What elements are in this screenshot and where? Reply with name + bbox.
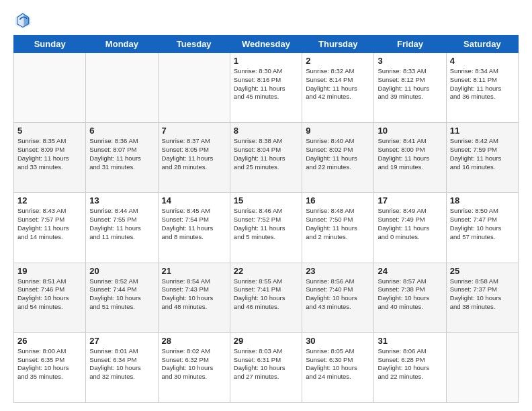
- day-info: Sunrise: 8:33 AM Sunset: 8:12 PM Dayligh…: [378, 67, 442, 101]
- page: SundayMondayTuesdayWednesdayThursdayFrid…: [0, 0, 532, 411]
- day-number: 3: [378, 56, 442, 66]
- day-info: Sunrise: 8:50 AM Sunset: 7:47 PM Dayligh…: [450, 207, 515, 241]
- day-cell: 9Sunrise: 8:40 AM Sunset: 8:02 PM Daylig…: [302, 123, 374, 193]
- day-cell: 12Sunrise: 8:43 AM Sunset: 7:57 PM Dayli…: [14, 193, 86, 263]
- day-info: Sunrise: 8:03 AM Sunset: 6:31 PM Dayligh…: [234, 347, 298, 381]
- day-cell: 28Sunrise: 8:02 AM Sunset: 6:32 PM Dayli…: [158, 332, 230, 402]
- day-info: Sunrise: 8:34 AM Sunset: 8:11 PM Dayligh…: [450, 67, 515, 101]
- day-cell: 15Sunrise: 8:46 AM Sunset: 7:52 PM Dayli…: [230, 193, 302, 263]
- day-cell: 10Sunrise: 8:41 AM Sunset: 8:00 PM Dayli…: [374, 123, 446, 193]
- weekday-header-monday: Monday: [86, 36, 158, 53]
- day-cell: 7Sunrise: 8:37 AM Sunset: 8:05 PM Daylig…: [158, 123, 230, 193]
- week-row-4: 19Sunrise: 8:51 AM Sunset: 7:46 PM Dayli…: [14, 263, 519, 332]
- day-info: Sunrise: 8:58 AM Sunset: 7:37 PM Dayligh…: [450, 277, 515, 312]
- day-number: 27: [89, 336, 154, 346]
- day-info: Sunrise: 8:40 AM Sunset: 8:02 PM Dayligh…: [306, 137, 370, 171]
- day-number: 5: [17, 126, 82, 136]
- day-info: Sunrise: 8:48 AM Sunset: 7:50 PM Dayligh…: [306, 207, 370, 241]
- day-info: Sunrise: 8:45 AM Sunset: 7:54 PM Dayligh…: [162, 207, 226, 241]
- weekday-header-sunday: Sunday: [14, 36, 86, 53]
- day-cell: 5Sunrise: 8:35 AM Sunset: 8:09 PM Daylig…: [14, 123, 86, 193]
- day-info: Sunrise: 8:57 AM Sunset: 7:38 PM Dayligh…: [378, 277, 442, 312]
- day-cell: 30Sunrise: 8:05 AM Sunset: 6:30 PM Dayli…: [302, 332, 374, 402]
- day-info: Sunrise: 8:43 AM Sunset: 7:57 PM Dayligh…: [17, 207, 82, 241]
- day-info: Sunrise: 8:38 AM Sunset: 8:04 PM Dayligh…: [234, 137, 298, 171]
- day-number: 12: [17, 195, 82, 205]
- day-number: 20: [89, 266, 154, 276]
- day-cell: 1Sunrise: 8:30 AM Sunset: 8:16 PM Daylig…: [230, 53, 302, 123]
- day-number: 22: [234, 266, 298, 276]
- day-info: Sunrise: 8:51 AM Sunset: 7:46 PM Dayligh…: [17, 277, 82, 312]
- day-info: Sunrise: 8:02 AM Sunset: 6:32 PM Dayligh…: [162, 347, 226, 381]
- day-number: 15: [234, 195, 298, 205]
- day-info: Sunrise: 8:00 AM Sunset: 6:35 PM Dayligh…: [17, 347, 82, 381]
- day-info: Sunrise: 8:06 AM Sunset: 6:28 PM Dayligh…: [378, 347, 442, 381]
- day-number: 26: [17, 336, 82, 346]
- day-cell: [158, 53, 230, 123]
- logo: [13, 11, 35, 30]
- day-number: 4: [450, 56, 515, 66]
- day-cell: 16Sunrise: 8:48 AM Sunset: 7:50 PM Dayli…: [302, 193, 374, 263]
- day-info: Sunrise: 8:30 AM Sunset: 8:16 PM Dayligh…: [234, 67, 298, 101]
- day-cell: 3Sunrise: 8:33 AM Sunset: 8:12 PM Daylig…: [374, 53, 446, 123]
- day-number: 9: [306, 126, 370, 136]
- header: [13, 11, 519, 30]
- day-info: Sunrise: 8:55 AM Sunset: 7:41 PM Dayligh…: [234, 277, 298, 312]
- day-info: Sunrise: 8:46 AM Sunset: 7:52 PM Dayligh…: [234, 207, 298, 241]
- day-cell: 19Sunrise: 8:51 AM Sunset: 7:46 PM Dayli…: [14, 263, 86, 332]
- day-number: 18: [450, 195, 515, 205]
- day-cell: 8Sunrise: 8:38 AM Sunset: 8:04 PM Daylig…: [230, 123, 302, 193]
- day-cell: 18Sunrise: 8:50 AM Sunset: 7:47 PM Dayli…: [446, 193, 518, 263]
- day-cell: 31Sunrise: 8:06 AM Sunset: 6:28 PM Dayli…: [374, 332, 446, 402]
- day-number: 13: [89, 195, 154, 205]
- day-info: Sunrise: 8:05 AM Sunset: 6:30 PM Dayligh…: [306, 347, 370, 381]
- week-row-1: 1Sunrise: 8:30 AM Sunset: 8:16 PM Daylig…: [14, 53, 519, 123]
- day-cell: [86, 53, 158, 123]
- day-cell: 24Sunrise: 8:57 AM Sunset: 7:38 PM Dayli…: [374, 263, 446, 332]
- week-row-5: 26Sunrise: 8:00 AM Sunset: 6:35 PM Dayli…: [14, 332, 519, 402]
- day-cell: 22Sunrise: 8:55 AM Sunset: 7:41 PM Dayli…: [230, 263, 302, 332]
- day-number: 14: [162, 195, 226, 205]
- day-info: Sunrise: 8:49 AM Sunset: 7:49 PM Dayligh…: [378, 207, 442, 241]
- day-info: Sunrise: 8:32 AM Sunset: 8:14 PM Dayligh…: [306, 67, 370, 101]
- day-cell: 26Sunrise: 8:00 AM Sunset: 6:35 PM Dayli…: [14, 332, 86, 402]
- day-info: Sunrise: 8:37 AM Sunset: 8:05 PM Dayligh…: [162, 137, 226, 171]
- day-info: Sunrise: 8:54 AM Sunset: 7:43 PM Dayligh…: [162, 277, 226, 312]
- day-info: Sunrise: 8:01 AM Sunset: 6:34 PM Dayligh…: [89, 347, 154, 381]
- day-info: Sunrise: 8:56 AM Sunset: 7:40 PM Dayligh…: [306, 277, 370, 312]
- day-number: 2: [306, 56, 370, 66]
- calendar-table: SundayMondayTuesdayWednesdayThursdayFrid…: [13, 35, 519, 403]
- weekday-header-tuesday: Tuesday: [158, 36, 230, 53]
- weekday-header-row: SundayMondayTuesdayWednesdayThursdayFrid…: [14, 36, 519, 53]
- day-cell: 13Sunrise: 8:44 AM Sunset: 7:55 PM Dayli…: [86, 193, 158, 263]
- day-cell: [446, 332, 518, 402]
- day-number: 6: [89, 126, 154, 136]
- day-info: Sunrise: 8:42 AM Sunset: 7:59 PM Dayligh…: [450, 137, 515, 171]
- day-cell: 17Sunrise: 8:49 AM Sunset: 7:49 PM Dayli…: [374, 193, 446, 263]
- day-cell: 27Sunrise: 8:01 AM Sunset: 6:34 PM Dayli…: [86, 332, 158, 402]
- day-number: 21: [162, 266, 226, 276]
- day-number: 17: [378, 195, 442, 205]
- day-info: Sunrise: 8:44 AM Sunset: 7:55 PM Dayligh…: [89, 207, 154, 241]
- day-number: 23: [306, 266, 370, 276]
- day-cell: 14Sunrise: 8:45 AM Sunset: 7:54 PM Dayli…: [158, 193, 230, 263]
- day-info: Sunrise: 8:41 AM Sunset: 8:00 PM Dayligh…: [378, 137, 442, 171]
- day-cell: 29Sunrise: 8:03 AM Sunset: 6:31 PM Dayli…: [230, 332, 302, 402]
- day-number: 1: [234, 56, 298, 66]
- day-number: 30: [306, 336, 370, 346]
- day-cell: [14, 53, 86, 123]
- day-number: 31: [378, 336, 442, 346]
- week-row-3: 12Sunrise: 8:43 AM Sunset: 7:57 PM Dayli…: [14, 193, 519, 263]
- day-number: 10: [378, 126, 442, 136]
- day-number: 8: [234, 126, 298, 136]
- day-cell: 20Sunrise: 8:52 AM Sunset: 7:44 PM Dayli…: [86, 263, 158, 332]
- day-cell: 6Sunrise: 8:36 AM Sunset: 8:07 PM Daylig…: [86, 123, 158, 193]
- day-info: Sunrise: 8:35 AM Sunset: 8:09 PM Dayligh…: [17, 137, 82, 171]
- day-cell: 2Sunrise: 8:32 AM Sunset: 8:14 PM Daylig…: [302, 53, 374, 123]
- day-number: 25: [450, 266, 515, 276]
- day-info: Sunrise: 8:52 AM Sunset: 7:44 PM Dayligh…: [89, 277, 154, 312]
- day-info: Sunrise: 8:36 AM Sunset: 8:07 PM Dayligh…: [89, 137, 154, 171]
- day-cell: 4Sunrise: 8:34 AM Sunset: 8:11 PM Daylig…: [446, 53, 518, 123]
- weekday-header-wednesday: Wednesday: [230, 36, 302, 53]
- day-number: 11: [450, 126, 515, 136]
